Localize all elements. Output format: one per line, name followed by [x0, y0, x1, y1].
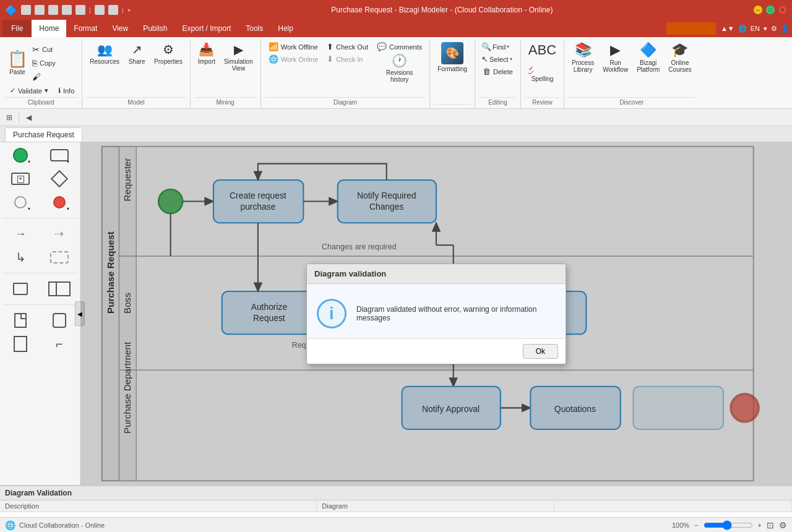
spelling-button[interactable]: ABC✓ Spelling	[525, 41, 560, 84]
shape-row-5: ↳	[2, 247, 77, 268]
revisions-button[interactable]: 🕐 Revisionshistory	[373, 53, 426, 83]
start-event-shape[interactable]: ▾	[8, 145, 33, 166]
shape-row-8: ⌐	[2, 333, 77, 354]
info-button[interactable]: ℹ Info	[54, 85, 78, 96]
bizagi-platform-button[interactable]: 🔷 BizagiPlatform	[633, 41, 663, 74]
note-shape[interactable]	[8, 310, 33, 331]
shape-row-1: ▾ ▾	[2, 145, 77, 166]
ribbon-group-mining: 📥 Import ▶ SimulationView Mining	[191, 40, 261, 108]
select-button[interactable]: ↖ Select ▾	[479, 53, 517, 65]
clipboard-label: Clipboard	[4, 97, 78, 108]
status-bar: 🌐 Cloud Collaboration - Online 100% − + …	[0, 517, 792, 532]
share-button[interactable]: ↗ Share	[124, 41, 149, 66]
menu-export[interactable]: Export / Import	[175, 20, 239, 37]
left-toolbar: ▾ ▾ + ▾ ▾	[0, 142, 80, 485]
maximize-button[interactable]: □	[766, 6, 775, 14]
title-bar-left: 🔷 | | ▾	[5, 4, 131, 16]
paste-button[interactable]: 📋 Paste ✂ Cut ⎘ Copy 🖌	[4, 41, 63, 84]
zoom-level: 100%	[672, 521, 689, 529]
minimize-button[interactable]: ─	[754, 6, 762, 14]
settings-icon[interactable]: ⚙	[779, 520, 787, 530]
doc-shape[interactable]	[8, 333, 33, 354]
checkin-button[interactable]: ⬇ Check In	[323, 53, 372, 65]
col-diagram: Diagram	[317, 500, 554, 512]
col-description: Description	[0, 500, 317, 512]
zoom-plus[interactable]: +	[758, 521, 762, 529]
menu-format[interactable]: Format	[66, 20, 105, 37]
zoom-minus[interactable]: −	[694, 521, 698, 529]
info-icon: i	[317, 299, 346, 328]
dialog-header: Diagram validation	[307, 264, 566, 284]
simulation-button[interactable]: ▶ SimulationView	[220, 41, 257, 73]
window-controls: ─ □ ✕	[754, 6, 787, 14]
toolbar-back[interactable]: ◀	[22, 111, 35, 124]
ribbon-group-review: ABC✓ Spelling Review	[521, 40, 564, 108]
end-event-shape[interactable]: ▾	[8, 192, 33, 213]
task-shape[interactable]: ▾	[47, 145, 72, 166]
properties-button[interactable]: ⚙ Properties	[150, 41, 186, 66]
corner-shape[interactable]: ⌐	[47, 333, 72, 354]
main-area: ▾ ▾ + ▾ ▾	[0, 142, 792, 485]
status-left: 🌐 Cloud Collaboration - Online	[5, 520, 105, 530]
dialog-overlay: Diagram validation i Diagram validated w…	[80, 142, 792, 485]
status-text: Cloud Collaboration - Online	[19, 521, 105, 529]
import-button[interactable]: 📥 Import	[194, 41, 219, 66]
menu-bar: File Home Format View Publish Export / I…	[0, 20, 792, 37]
diagram-area[interactable]: Purchase Request Requester Boss Purchase…	[80, 142, 792, 485]
comments-button[interactable]: 💬 Comments	[373, 41, 426, 53]
formatting-label	[434, 104, 471, 108]
arrow-shape[interactable]: →	[8, 223, 33, 244]
menu-help[interactable]: Help	[270, 20, 301, 37]
run-workflow-button[interactable]: ▶ RunWorkflow	[599, 41, 632, 74]
shape-row-3: ▾ ▾	[2, 192, 77, 213]
ribbon-group-editing: 🔍 Find ▾ ↖ Select ▾ 🗑 Delete Editing	[475, 40, 521, 108]
dash-arrow-shape[interactable]: ⇢	[47, 223, 72, 244]
horiz-rect-shape[interactable]	[47, 278, 72, 299]
dash-rect-shape[interactable]	[47, 247, 72, 268]
diagram-label: Diagram	[265, 97, 426, 108]
ribbon: 📋 Paste ✂ Cut ⎘ Copy 🖌 ✓ Va	[0, 37, 792, 109]
menu-view[interactable]: View	[105, 20, 136, 37]
small-sq-shape[interactable]	[8, 278, 33, 299]
resources-button[interactable]: 👥 Resources	[86, 41, 123, 66]
ribbon-group-discover: 📚 ProcessLibrary ▶ RunWorkflow 🔷 BizagiP…	[564, 40, 699, 108]
dialog-body: i Diagram validated without error, warni…	[307, 284, 566, 338]
toolbar-grid[interactable]: ⊞	[2, 111, 16, 124]
tab-bar: Purchase Request	[0, 126, 792, 142]
end-error-shape[interactable]: ▾	[47, 192, 72, 213]
checkout-button[interactable]: ⬆ Check Out	[323, 41, 372, 53]
online-courses-button[interactable]: 🎓 OnlineCourses	[665, 41, 695, 74]
ribbon-group-diagram: 📶 Work Offline 🌐 Work Online ⬆ Check Out…	[261, 40, 430, 108]
menu-tools[interactable]: Tools	[238, 20, 270, 37]
close-button[interactable]: ✕	[778, 6, 787, 14]
shape-row-4: → ⇢	[2, 223, 77, 244]
connector-shape[interactable]: ↳	[8, 247, 33, 268]
work-online-button[interactable]: 🌐 Work Online	[265, 53, 322, 65]
work-offline-button[interactable]: 📶 Work Offline	[265, 41, 322, 53]
find-button[interactable]: 🔍 Find ▾	[479, 41, 517, 53]
zoom-slider[interactable]	[704, 520, 753, 530]
cut-button[interactable]: ✂ Cut	[28, 43, 59, 56]
process-library-button[interactable]: 📚 ProcessLibrary	[568, 41, 598, 74]
ok-button[interactable]: Ok	[523, 344, 558, 359]
delete-button[interactable]: 🗑 Delete	[479, 66, 517, 77]
subprocess-shape[interactable]: +	[8, 168, 33, 189]
format-painter-button[interactable]: 🖌	[28, 71, 59, 83]
fit-icon[interactable]: ⊡	[767, 520, 774, 530]
validation-header: Diagram Validation	[0, 486, 792, 500]
copy-button[interactable]: ⎘ Copy	[28, 57, 59, 69]
status-right: 100% − + ⊡ ⚙	[672, 520, 787, 530]
menu-publish[interactable]: Publish	[136, 20, 174, 37]
menu-file[interactable]: File	[2, 20, 32, 37]
validate-button[interactable]: ✓ Validate ▾	[6, 85, 52, 96]
shape-row-6	[2, 278, 77, 299]
editing-label: Editing	[479, 97, 517, 108]
ribbon-group-clipboard: 📋 Paste ✂ Cut ⎘ Copy 🖌 ✓ Va	[0, 40, 82, 108]
tab-purchase-request[interactable]: Purchase Request	[5, 127, 82, 142]
col-extra	[554, 500, 792, 512]
formatting-button[interactable]: 🎨 Formatting	[434, 41, 471, 74]
cylinder-shape[interactable]	[47, 310, 72, 331]
menu-home[interactable]: Home	[32, 20, 66, 37]
discover-label: Discover	[568, 97, 695, 108]
gateway-shape[interactable]	[47, 168, 72, 189]
